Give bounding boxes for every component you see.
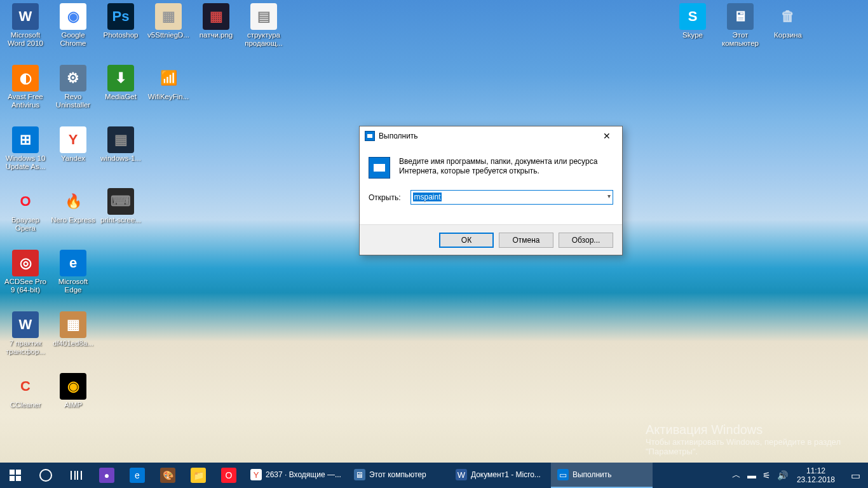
icon-label: структура продающ... (240, 31, 287, 48)
desktop-icon-aimp[interactable]: ◉AIMP (50, 372, 97, 409)
icon-label: Microsoft Edge (50, 278, 97, 294)
start-button[interactable] (0, 463, 31, 488)
desktop-icon-img2[interactable]: ▦патчи.png (193, 2, 240, 39)
watermark-subtitle: Чтобы активировать Windows, перейдите в … (646, 437, 862, 456)
explorer-pin-icon: 📁 (191, 468, 206, 483)
task-view-button[interactable] (61, 463, 92, 488)
icon-label: MediaGet (97, 93, 144, 101)
open-input-selection: mspaint (413, 193, 441, 201)
word-icon: W (12, 3, 39, 30)
img3-icon: ▤ (250, 3, 277, 30)
desktop-icon-avast[interactable]: ◐Avast Free Antivirus (2, 64, 49, 109)
desktop-icon-winsnap[interactable]: ▦windows-1... (97, 125, 144, 163)
desktop-icon-ccleaner[interactable]: CCCleaner (2, 372, 49, 409)
task-thispc-task[interactable]: 🖥Этот компьютер (348, 463, 449, 488)
img2-icon: ▦ (203, 3, 229, 30)
desktop-icon-chrome[interactable]: ◉Google Chrome (50, 2, 97, 48)
icon-label: print-scree... (97, 216, 144, 224)
tray-chevron-icon[interactable]: ︿ (732, 470, 741, 481)
run-dialog: Выполнить ✕ Введите имя программы, папки… (359, 126, 623, 255)
windows-icon (10, 470, 21, 481)
nero-icon: 🔥 (60, 188, 86, 215)
icon-label: 7 практик трансфор... (2, 339, 49, 356)
printscreen-icon: ⌨ (107, 188, 134, 215)
word-task-icon: W (456, 469, 467, 480)
cancel-button[interactable]: Отмена (499, 233, 553, 248)
browse-button[interactable]: Обзор... (559, 233, 613, 248)
icon-label: windows-1... (97, 154, 144, 163)
clock-time: 11:12 (797, 466, 835, 475)
search-button[interactable] (31, 463, 61, 488)
volume-icon[interactable]: 🔊 (777, 470, 788, 480)
edge-pin-icon: e (130, 468, 145, 483)
edge-icon: e (60, 250, 86, 276)
system-tray: ︿ ▬ ⚟ 🔊 11:12 23.12.2018 (727, 463, 843, 488)
pinned-paint-pin[interactable]: 🎨 (153, 463, 183, 488)
wifi-icon[interactable]: ⚟ (763, 470, 771, 480)
icon-label: Nero Express (50, 216, 97, 224)
icon-label: Revo Uninstaller (50, 93, 97, 109)
skype-icon: S (679, 3, 706, 30)
task-label: Документ1 - Micro... (471, 470, 541, 479)
desktop-icon-photoshop[interactable]: PsPhotoshop (97, 2, 144, 39)
desktop-icon-nero[interactable]: 🔥Nero Express (50, 187, 97, 224)
paint-pin-icon: 🎨 (160, 468, 175, 483)
run-large-icon (369, 157, 390, 179)
yandex-mail-icon: Y (250, 469, 262, 480)
task-view-icon (71, 471, 82, 480)
desktop-icon-edge[interactable]: eMicrosoft Edge (50, 248, 97, 294)
opera-icon: O (12, 188, 39, 215)
desktop-icon-skype[interactable]: SSkype (669, 2, 716, 39)
desktop-icon-doc7[interactable]: W7 практик трансфор... (2, 310, 49, 356)
desktop-icon-yandex[interactable]: YYandex (50, 125, 97, 163)
run-titlebar[interactable]: Выполнить ✕ (360, 126, 622, 146)
desktop-icon-wifikey[interactable]: 📶WifiKeyFin... (145, 64, 192, 101)
desktop-icon-printscreen[interactable]: ⌨print-scree... (97, 187, 144, 224)
icon-label: AIMP (50, 401, 97, 409)
aimp-icon: ◉ (60, 373, 86, 400)
desktop-icon-mediaget[interactable]: ⬇MediaGet (97, 64, 144, 101)
pinned-opera-pin[interactable]: O (214, 463, 244, 488)
ok-button[interactable]: ОК (439, 233, 494, 248)
desktop-icon-recycle[interactable]: 🗑Корзина (764, 2, 811, 39)
icon-label: Microsoft Word 2010 (2, 31, 49, 48)
desktop-icon-opera[interactable]: OБраузер Opera (2, 187, 49, 233)
clock[interactable]: 11:12 23.12.2018 (794, 466, 837, 484)
mediaget-icon: ⬇ (107, 65, 134, 92)
close-button[interactable]: ✕ (592, 127, 621, 145)
chrome-icon: ◉ (60, 3, 86, 30)
desktop-icon-img1[interactable]: ▦v5SttniegD... (145, 2, 192, 39)
pinned-cortana-orb[interactable]: ● (92, 463, 122, 488)
pinned-explorer-pin[interactable]: 📁 (183, 463, 214, 488)
desktop-icon-thispc[interactable]: 🖥Этот компьютер (717, 2, 764, 48)
icon-label: Google Chrome (50, 31, 97, 48)
desktop-icon-df401[interactable]: ▦df401ed8a... (50, 310, 97, 348)
run-body: Введите имя программы, папки, документа … (360, 146, 622, 205)
task-run-task[interactable]: ▭Выполнить (551, 463, 653, 488)
task-label: 2637 · Входящие —... (266, 470, 341, 479)
run-title-text: Выполнить (379, 132, 418, 140)
icon-label: Этот компьютер (717, 31, 764, 48)
run-footer: ОК Отмена Обзор... (360, 224, 622, 255)
desktop-icon-revo[interactable]: ⚙Revo Uninstaller (50, 64, 97, 109)
thispc-icon: 🖥 (727, 3, 754, 30)
df401-icon: ▦ (60, 311, 86, 338)
task-word-task[interactable]: WДокумент1 - Micro... (449, 463, 551, 488)
icon-label: Avast Free Antivirus (2, 93, 49, 109)
cortana-orb-icon: ● (99, 468, 114, 483)
task-label: Этот компьютер (369, 470, 426, 479)
revo-icon: ⚙ (60, 65, 86, 92)
desktop-icon-winupdate[interactable]: ⊞Windows 10 Update As... (2, 125, 49, 171)
icon-label: Браузер Opera (2, 216, 49, 233)
action-center-button[interactable]: ▭ (843, 463, 868, 488)
desktop-icon-acdsee[interactable]: ◎ACDSee Pro 9 (64-bit) (2, 248, 49, 294)
pinned-edge-pin[interactable]: e (122, 463, 153, 488)
battery-icon[interactable]: ▬ (747, 470, 756, 480)
thispc-task-icon: 🖥 (354, 469, 365, 480)
desktop-icon-word[interactable]: WMicrosoft Word 2010 (2, 2, 49, 48)
open-windows: Y2637 · Входящие —...🖥Этот компьютерWДок… (244, 463, 653, 488)
winupdate-icon: ⊞ (12, 126, 39, 153)
desktop-icon-img3[interactable]: ▤структура продающ... (240, 2, 287, 48)
task-yandex-mail[interactable]: Y2637 · Входящие —... (244, 463, 348, 488)
photoshop-icon: Ps (107, 3, 134, 30)
